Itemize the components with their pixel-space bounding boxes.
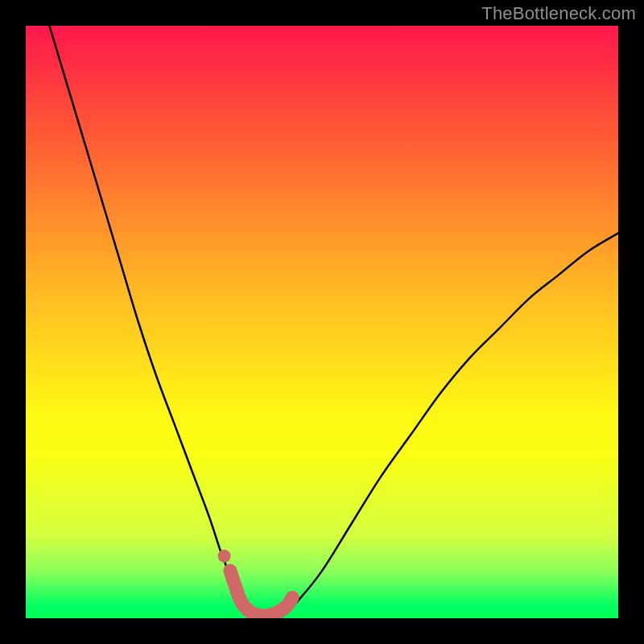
bottleneck-chart xyxy=(26,26,618,618)
plot-area xyxy=(26,26,618,618)
watermark-text: TheBottleneck.com xyxy=(481,3,636,24)
highlight-dot xyxy=(218,550,231,563)
bottleneck-curve xyxy=(49,26,618,618)
chart-frame: TheBottleneck.com xyxy=(0,0,644,644)
highlight-segment xyxy=(230,571,292,616)
